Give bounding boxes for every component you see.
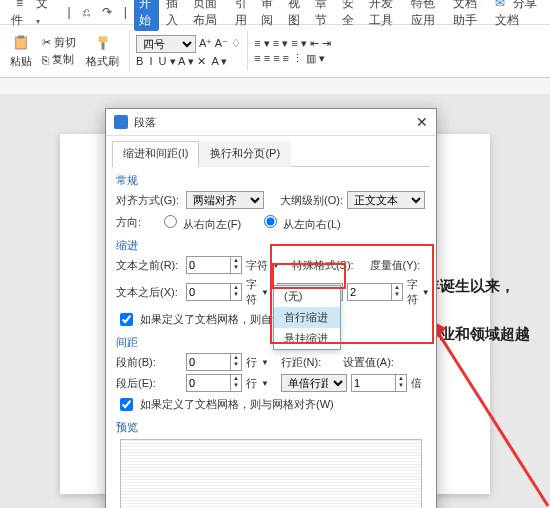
scissors-icon: ✂ <box>42 36 51 49</box>
after-text-label: 文本之后(X): <box>116 285 182 300</box>
menu-bar: ≡ 文件 ▾ |⎌↷| 开始 插入 页面布局 引用 审阅 视图 章节 安全 开发… <box>0 0 550 25</box>
after-para-label: 段后(E): <box>116 376 182 391</box>
before-text-label: 文本之前(R): <box>116 258 182 273</box>
font-size-select[interactable]: 四号 <box>136 35 196 53</box>
measure-label: 度量值(Y): <box>370 258 421 273</box>
line-spacing-select[interactable]: 单倍行距 <box>281 374 347 392</box>
svg-rect-1 <box>18 35 24 38</box>
outline-select[interactable]: 正文文本 <box>347 191 425 209</box>
after-para-spin[interactable]: ▲▼ <box>186 374 242 392</box>
dialog-titlebar[interactable]: 段落 ✕ <box>106 109 436 136</box>
cut-button[interactable]: ✂剪切 <box>42 35 76 50</box>
paste-button[interactable]: 粘贴 <box>6 32 36 71</box>
toolbar: 粘贴 ✂剪切 ⎘复制 格式刷 四号 A⁺ A⁻ ♢ B I U ▾ A ▾ ✕ … <box>0 25 550 78</box>
auto-adjust-check[interactable] <box>120 313 133 326</box>
line-spacing-label: 行距(N): <box>281 355 321 370</box>
menu-security[interactable]: 安全 <box>337 0 362 31</box>
paragraph-dialog: 段落 ✕ 缩进和间距(I) 换行和分页(P) 常规 对齐方式(G): 两端对齐 … <box>105 108 437 508</box>
radio-ltr[interactable]: 从左向右(L) <box>259 212 341 232</box>
set-value-spin[interactable]: ▲▼ <box>351 374 407 392</box>
copy-icon: ⎘ <box>42 54 49 66</box>
close-icon[interactable]: ✕ <box>416 114 428 130</box>
svg-rect-0 <box>16 37 27 49</box>
radio-rtl[interactable]: 从右向左(F) <box>159 212 241 232</box>
menu-view[interactable]: 视图 <box>283 0 308 31</box>
option-none[interactable]: (无) <box>274 286 340 307</box>
section-preview: 预览 <box>116 420 426 435</box>
menu-features[interactable]: 特色应用 <box>406 0 446 31</box>
align-buttons[interactable]: ≡ ≡ ≡ ≡ ⋮ ▥ ▾ <box>254 52 331 65</box>
section-general: 常规 <box>116 173 426 188</box>
share-doc[interactable]: ✉ 分享文档 <box>490 0 544 31</box>
list-buttons[interactable]: ≡ ▾ ≡ ▾ ≡ ▾ ⇤ ⇥ <box>254 37 331 50</box>
before-para-spin[interactable]: ▲▼ <box>186 353 242 371</box>
outline-label: 大纲级别(O): <box>280 193 343 208</box>
tab-indent[interactable]: 缩进和间距(I) <box>112 141 199 167</box>
menu-helper[interactable]: 文档助手 <box>448 0 488 31</box>
document-text: 年诞生以来， 行业和领域超越 <box>425 274 530 346</box>
svg-rect-3 <box>101 42 104 50</box>
set-value-label: 设置值(A): <box>343 355 394 370</box>
snap-grid-check[interactable] <box>120 398 133 411</box>
svg-rect-2 <box>98 36 107 42</box>
menu-insert[interactable]: 插入 <box>161 0 186 31</box>
before-para-label: 段前(B): <box>116 355 182 370</box>
menu-chapter[interactable]: 章节 <box>310 0 335 31</box>
direction-label: 方向: <box>116 215 141 230</box>
menu-start[interactable]: 开始 <box>134 0 159 31</box>
format-painter[interactable]: 格式刷 <box>82 32 123 71</box>
menu-review[interactable]: 审阅 <box>256 0 281 31</box>
align-select[interactable]: 两端对齐 <box>186 191 264 209</box>
measure-spin[interactable]: ▲▼ <box>347 283 403 301</box>
dialog-icon <box>114 115 128 129</box>
copy-button[interactable]: ⎘复制 <box>42 52 76 67</box>
before-text-spin[interactable]: ▲▼ <box>186 256 242 274</box>
menu-dev[interactable]: 开发工具 <box>364 0 404 31</box>
menu-file[interactable]: ≡ 文件 ▾ <box>6 0 61 31</box>
after-text-spin[interactable]: ▲▼ <box>186 283 242 301</box>
tab-pagination[interactable]: 换行和分页(P) <box>199 141 291 167</box>
section-indent: 缩进 <box>116 238 426 253</box>
menu-layout[interactable]: 页面布局 <box>188 0 228 31</box>
font-style-row[interactable]: B I U ▾ A ▾ ✕ A ▾ <box>136 55 241 68</box>
option-hanging[interactable]: 悬挂缩进 <box>274 328 340 349</box>
menu-references[interactable]: 引用 <box>230 0 255 31</box>
preview-box <box>120 439 422 508</box>
align-label: 对齐方式(G): <box>116 193 182 208</box>
special-dropdown[interactable]: (无) 首行缩进 悬挂缩进 <box>273 285 341 350</box>
dialog-title: 段落 <box>134 115 156 130</box>
option-first-line[interactable]: 首行缩进 <box>274 307 340 328</box>
section-spacing: 间距 <box>116 335 426 350</box>
special-label: 特殊格式(S): <box>292 258 354 273</box>
